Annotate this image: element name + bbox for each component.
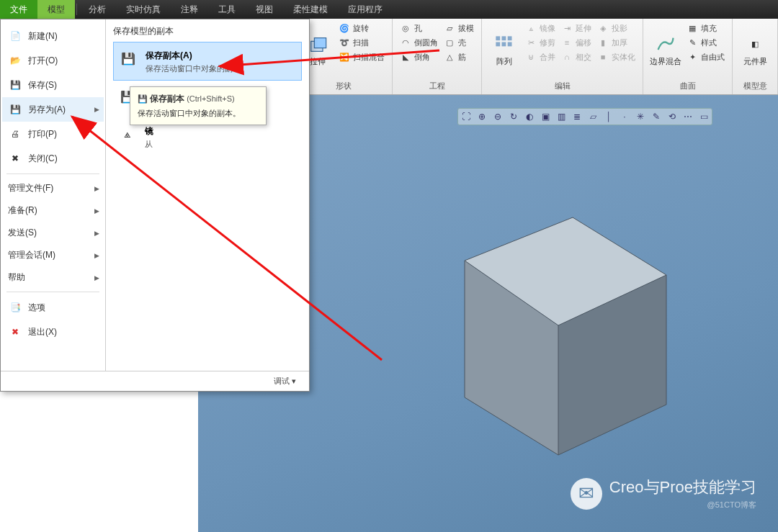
ribbon-group-model: ◧ 元件界 模型意 (733, 19, 778, 94)
thicken-icon: ▮ (597, 37, 609, 48)
shell-button[interactable]: ▢壳 (442, 36, 475, 49)
project-button[interactable]: ◈投影 (596, 22, 637, 35)
free-button[interactable]: ✦自由式 (685, 50, 726, 63)
chamfer-icon: ◣ (400, 51, 411, 63)
more-icon[interactable]: ⋯ (681, 110, 694, 123)
extend-button[interactable]: ⇥延伸 (560, 22, 593, 35)
project-icon: ◈ (597, 22, 609, 34)
file-menu-right: 保存模型的副本 💾 保存副本(A)保存活动窗口中对象的副本。 💾 保存备份(B)… (106, 19, 309, 371)
draft-button[interactable]: ▱拔模 (442, 22, 475, 35)
revolve-button[interactable]: 🌀旋转 (337, 22, 386, 35)
menu-exit[interactable]: ✖退出(X) (2, 320, 104, 344)
hole-button[interactable]: ◎孔 (398, 22, 439, 35)
tab-app[interactable]: 应用程序 (338, 0, 393, 19)
layer-icon[interactable]: ≣ (571, 110, 584, 123)
submenu-header: 保存模型的副本 (113, 25, 302, 37)
saved-view-icon[interactable]: ▥ (555, 110, 568, 123)
spin-icon[interactable]: ⟲ (666, 110, 679, 123)
shell-icon: ▢ (444, 37, 455, 48)
ribbon-group-surface: 边界混合 ▦填充 ✎样式 ✦自由式 曲面 (643, 19, 733, 94)
saveas-icon: 💾 (8, 102, 22, 117)
mirror-part-icon: ⟁ (117, 124, 138, 144)
menu-open[interactable]: 📂打开(O) (2, 48, 104, 73)
revolve-icon: 🌀 (339, 22, 350, 34)
refit-icon[interactable]: ↻ (507, 110, 520, 123)
boundary-icon (656, 35, 676, 55)
datum-plane-icon[interactable]: ▱ (586, 110, 599, 123)
submenu-savecopy[interactable]: 💾 保存副本(A)保存活动窗口中对象的副本。 (113, 42, 302, 81)
svg-rect-3 (502, 36, 506, 40)
print-icon: 🖨 (8, 127, 22, 141)
zoom-fit-icon[interactable]: ⛶ (460, 110, 473, 123)
sweep-icon: ➰ (339, 37, 350, 48)
view-icon[interactable]: ▣ (539, 110, 552, 123)
menu-help[interactable]: 帮助 (2, 266, 104, 289)
menu-saveas[interactable]: 💾另存为(A) (2, 97, 104, 122)
shade-icon[interactable]: ◐ (523, 110, 536, 123)
mirror-button[interactable]: ⟁镜像 (524, 22, 557, 35)
tab-model[interactable]: 模型 (37, 0, 75, 19)
close-icon: ✖ (8, 151, 22, 166)
fill-button[interactable]: ▦填充 (685, 22, 726, 35)
sweep-button[interactable]: ➰扫描 (337, 36, 386, 49)
rib-button[interactable]: △筋 (442, 50, 475, 63)
menu-print[interactable]: 🖨打印(P) (2, 122, 104, 146)
new-file-icon: 📄 (8, 29, 22, 43)
open-folder-icon: 📂 (8, 53, 22, 68)
thicken-button[interactable]: ▮加厚 (596, 36, 637, 49)
trim-button[interactable]: ✂修剪 (524, 36, 557, 49)
menu-debug[interactable]: 调试 ▾ (1, 371, 309, 391)
offset-icon: ≡ (561, 37, 573, 48)
blend-icon: 🔀 (339, 51, 350, 63)
tab-view[interactable]: 视图 (246, 0, 283, 19)
save-icon: 💾 (8, 78, 22, 92)
tab-flex[interactable]: 柔性建模 (283, 0, 338, 19)
ribbon-group-shape: 拉伸 🌀旋转 ➰扫描 🔀扫描混合 形状 (295, 19, 393, 94)
svg-rect-2 (496, 36, 500, 40)
annot-icon[interactable]: ✎ (650, 110, 663, 123)
merge-icon: ⊎ (525, 51, 537, 63)
round-button[interactable]: ◠倒圆角 (398, 36, 439, 49)
datum-axis-icon[interactable]: │ (602, 110, 615, 123)
savecopy-icon: 💾 (118, 48, 138, 68)
menu-new[interactable]: 📄新建(N) (2, 24, 104, 48)
merge-button[interactable]: ⊎合并 (524, 50, 557, 63)
svg-rect-6 (502, 42, 506, 46)
tab-tools[interactable]: 工具 (208, 0, 246, 19)
solidify-icon: ■ (597, 51, 609, 63)
zoom-out-icon[interactable]: ⊖ (491, 110, 504, 123)
free-icon: ✦ (687, 51, 698, 63)
zoom-in-icon[interactable]: ⊕ (475, 110, 488, 123)
component-button[interactable]: ◧ 元件界 (738, 22, 772, 79)
menu-manage[interactable]: 管理文件(F) (2, 177, 104, 199)
menu-close[interactable]: ✖关闭(C) (2, 146, 104, 171)
menu-session[interactable]: 管理会话(M) (2, 244, 104, 266)
blend-button[interactable]: 🔀扫描混合 (337, 50, 386, 63)
tab-analysis[interactable]: 分析 (79, 0, 116, 19)
datum-point-icon[interactable]: · (618, 110, 631, 123)
style-button[interactable]: ✎样式 (685, 36, 726, 49)
pattern-button[interactable]: 阵列 (488, 22, 521, 79)
menu-options[interactable]: 📑选项 (2, 295, 104, 320)
exit-icon: ✖ (8, 325, 22, 339)
wechat-icon: ✉ (571, 478, 602, 510)
tab-file[interactable]: 文件 (0, 0, 37, 19)
menu-prepare[interactable]: 准备(R) (2, 199, 104, 222)
offset-button[interactable]: ≡偏移 (560, 36, 593, 49)
menu-bar: 文件 模型 分析 实时仿真 注释 工具 视图 柔性建模 应用程序 (0, 0, 778, 19)
csys-icon[interactable]: ✳ (634, 110, 647, 123)
svg-rect-5 (496, 42, 500, 46)
intersect-button[interactable]: ∩相交 (560, 50, 593, 63)
svg-rect-7 (508, 42, 512, 46)
menu-save[interactable]: 💾保存(S) (2, 73, 104, 97)
tab-annotate[interactable]: 注释 (171, 0, 208, 19)
tooltip-icon: 💾 (138, 94, 148, 103)
select-icon[interactable]: ▭ (697, 110, 710, 123)
fill-icon: ▦ (687, 22, 698, 34)
solidify-button[interactable]: ■实体化 (596, 50, 637, 63)
tab-sim[interactable]: 实时仿真 (116, 0, 171, 19)
menu-send[interactable]: 发送(S) (2, 222, 104, 244)
chamfer-button[interactable]: ◣倒角 (398, 50, 439, 63)
boundary-button[interactable]: 边界混合 (649, 22, 682, 79)
watermark: ✉ Creo与Proe技能学习 @51CTO博客 (571, 477, 756, 510)
